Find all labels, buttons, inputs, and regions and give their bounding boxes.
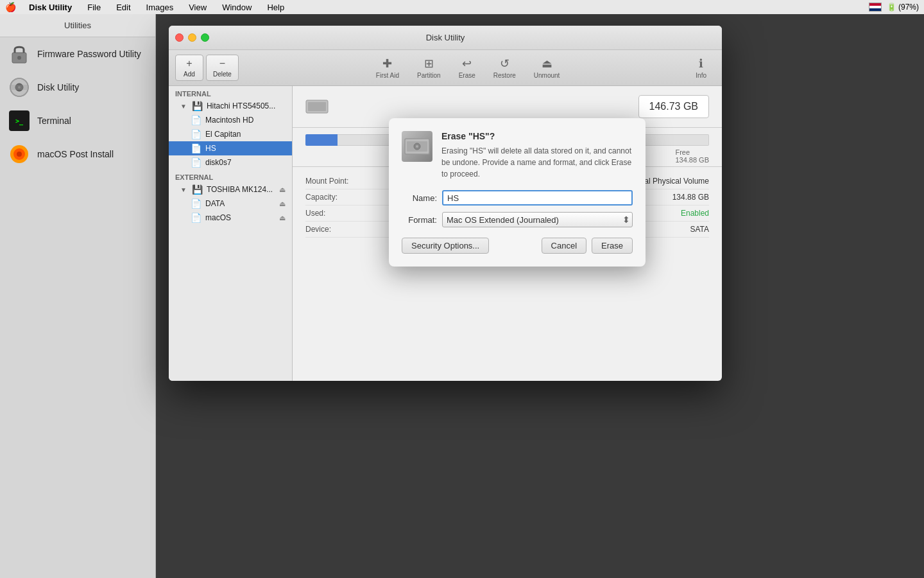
terminal-icon: >_ (9, 110, 30, 131)
sidebar-disk0s7-label: disk0s7 (205, 158, 232, 167)
menubar-file[interactable]: File (85, 3, 103, 12)
drive-icon: 💾 (192, 101, 203, 111)
disk-utility-window: Disk Utility + Add − Delete ✚ First Aid (169, 26, 722, 381)
sidebar-item-disk0s7[interactable]: 📄 disk0s7 (169, 155, 292, 170)
volume-icon: 📄 (191, 157, 201, 168)
restore-button[interactable]: ↺ Restore (484, 54, 525, 82)
sidebar-internal-header: Internal (169, 86, 292, 99)
name-input[interactable] (442, 190, 633, 206)
sidebar: Internal ▼ 💾 Hitachi HTS54505... 📄 Macin… (169, 86, 293, 381)
menubar: 🍎 Disk Utility File Edit Images View Win… (0, 0, 924, 14)
svg-point-1 (17, 56, 21, 60)
sidebar-item-data[interactable]: 📄 DATA ⏏ (169, 197, 292, 211)
disk-size-badge: 146.73 GB (638, 95, 710, 118)
sidebar-elcapitan-label: El Capitan (205, 130, 241, 139)
expand-arrow-icon: ▼ (180, 186, 187, 193)
volume-icon: 📄 (191, 129, 201, 139)
desktop: Utilities Firmware Password Utility (0, 14, 924, 578)
drive-icon: 💾 (192, 184, 203, 195)
add-button[interactable]: + Add (175, 55, 203, 81)
menubar-edit[interactable]: Edit (114, 3, 133, 12)
add-icon: + (186, 58, 192, 69)
partition-button[interactable]: ⊞ Partition (408, 54, 450, 82)
name-label: Name: (402, 193, 437, 203)
erase-dialog: Erase "HS"? Erasing "HS" will delete all… (389, 118, 646, 267)
owners-value: Enabled (681, 209, 709, 218)
dialog-btn-group: Cancel Erase (542, 238, 633, 254)
eject-icon[interactable]: ⏏ (279, 214, 286, 222)
menubar-images[interactable]: Images (144, 3, 176, 12)
menubar-app-name[interactable]: Disk Utility (26, 3, 74, 12)
erase-label: Erase (459, 72, 475, 79)
svg-rect-11 (308, 102, 326, 111)
close-button[interactable] (175, 33, 184, 42)
disk-bar-used (305, 134, 338, 146)
apple-menu[interactable]: 🍎 (5, 2, 16, 12)
terminal-label: Terminal (37, 116, 71, 126)
eject-icon[interactable]: ⏏ (279, 186, 286, 194)
info-button[interactable]: ℹ Info (687, 54, 715, 82)
erase-button[interactable]: ↩ Erase (450, 54, 484, 82)
sidebar-item-macos-ext[interactable]: 📄 macOS ⏏ (169, 211, 292, 225)
restore-icon: ↺ (500, 57, 509, 71)
maximize-button[interactable] (201, 33, 209, 42)
sidebar-hs-label: HS (205, 144, 216, 153)
partition-label: Partition (417, 72, 441, 79)
erase-dialog-desc: Erasing "HS" will delete all data stored… (441, 145, 633, 180)
mount-label: Mount Point: (305, 177, 348, 186)
erase-dialog-buttons: Security Options... Cancel Erase (402, 238, 633, 254)
unmount-button[interactable]: ⏏ Unmount (525, 54, 569, 82)
menubar-right: 🔋 (97%) (869, 3, 919, 12)
first-aid-button[interactable]: ✚ First Aid (367, 54, 408, 82)
title-bar: Disk Utility (169, 26, 722, 50)
disk-utility-label: Disk Utility (37, 82, 79, 92)
sidebar-toshiba-label: TOSHIBA MK124... (207, 185, 273, 194)
flag-icon (869, 3, 882, 12)
available-value: 134.88 GB (672, 193, 709, 202)
menubar-window[interactable]: Window (219, 3, 254, 12)
erase-form-name-row: Name: (402, 190, 633, 206)
volume-icon-selected: 📄 (191, 143, 201, 153)
erase-dialog-text: Erase "HS"? Erasing "HS" will delete all… (441, 131, 633, 180)
sidebar-item-hs[interactable]: 📄 HS (169, 141, 292, 155)
delete-button[interactable]: − Delete (206, 55, 239, 81)
partition-icon: ⊞ (424, 57, 434, 71)
main-panel: 146.73 GB Free 134.88 GB (293, 86, 722, 381)
sidebar-macos-ext-label: macOS (205, 213, 231, 222)
utility-item-firmware[interactable]: Firmware Password Utility (0, 37, 155, 71)
eject-icon[interactable]: ⏏ (279, 200, 286, 208)
window-content: Internal ▼ 💾 Hitachi HTS54505... 📄 Macin… (169, 86, 722, 381)
erase-confirm-button[interactable]: Erase (592, 238, 633, 254)
battery-indicator: 🔋 (97%) (887, 3, 919, 12)
connection-value: SATA (690, 225, 709, 234)
menubar-help[interactable]: Help (264, 3, 287, 12)
utility-item-disk[interactable]: Disk Utility (0, 71, 155, 104)
sidebar-macintosh-label: Macintosh HD (205, 116, 253, 125)
sidebar-item-macintosh-hd[interactable]: 📄 Macintosh HD (169, 113, 292, 127)
erase-form-format-row: Format: Mac OS Extended (Journaled) Mac … (402, 212, 633, 227)
window-controls (175, 33, 209, 42)
window-title: Disk Utility (426, 33, 465, 42)
sidebar-item-toshiba[interactable]: ▼ 💾 TOSHIBA MK124... ⏏ (169, 182, 292, 197)
erase-dialog-header: Erase "HS"? Erasing "HS" will delete all… (402, 131, 633, 180)
firmware-label: Firmware Password Utility (37, 49, 141, 59)
format-select[interactable]: Mac OS Extended (Journaled) Mac OS Exten… (442, 212, 633, 227)
info-icon: ℹ (699, 57, 703, 71)
unmount-label: Unmount (534, 72, 560, 79)
macos-label: macOS Post Install (37, 149, 114, 159)
security-options-button[interactable]: Security Options... (402, 238, 489, 254)
sidebar-item-hitachi[interactable]: ▼ 💾 Hitachi HTS54505... (169, 99, 292, 113)
volume-icon: 📄 (191, 115, 201, 125)
sidebar-item-el-capitan[interactable]: 📄 El Capitan (169, 127, 292, 141)
delete-icon: − (219, 58, 225, 69)
utility-item-terminal[interactable]: >_ Terminal (0, 104, 155, 137)
erase-icon: ↩ (462, 57, 472, 71)
svg-point-9 (17, 152, 22, 157)
menubar-view[interactable]: View (186, 3, 209, 12)
utility-item-macos[interactable]: macOS Post Install (0, 137, 155, 171)
cancel-button[interactable]: Cancel (542, 238, 586, 254)
unmount-icon: ⏏ (542, 57, 552, 71)
erase-dialog-title: Erase "HS"? (441, 131, 633, 141)
restore-label: Restore (493, 72, 516, 79)
minimize-button[interactable] (188, 33, 196, 42)
